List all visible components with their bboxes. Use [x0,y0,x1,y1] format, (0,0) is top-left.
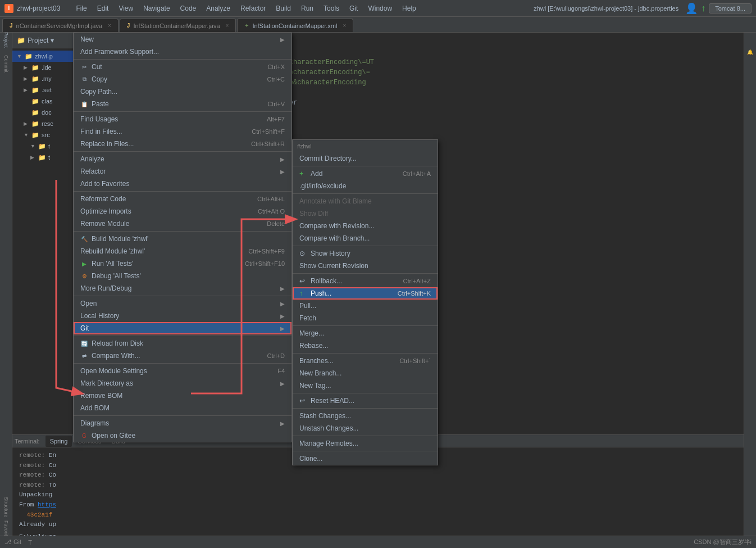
git-compare-revision-label: Compare with Revision... [299,222,431,230]
menu-tools[interactable]: Tools [319,3,344,13]
menu-analyze[interactable]: Analyze [202,3,235,13]
user-icon[interactable]: 👤 [685,2,698,15]
ctx-cut[interactable]: ✂ Cut Ctrl+X [74,61,292,73]
ctx-findinfiles[interactable]: Find in Files... Ctrl+Shift+F [74,125,292,138]
git-annotate-label: Annotate with Git Blame [299,197,431,205]
git-compare-branch[interactable]: Compare with Branch... [293,232,438,244]
right-icon-1[interactable]: 🔔 [745,35,755,69]
ctx-sep-4 [74,191,292,192]
paste-icon: 📋 [80,100,88,108]
git-compare-revision[interactable]: Compare with Revision... [293,220,438,232]
tree-arrow: ▶ [24,65,29,70]
git-add[interactable]: + Add Ctrl+Alt+A [293,167,438,180]
git-newbranch[interactable]: New Branch... [293,367,438,379]
ctx-paste[interactable]: 📋 Paste Ctrl+V [74,98,292,110]
tab-servicemgr-close[interactable]: × [108,22,111,29]
term-line-5: Unpacking [19,490,737,500]
ctx-modulesettings[interactable]: Open Module Settings F4 [74,365,292,377]
git-resethead[interactable]: ↩ Reset HEAD... [293,395,438,407]
git-exclude[interactable]: .git/info/exclude [293,180,438,192]
menu-build[interactable]: Build [271,3,295,13]
menu-edit[interactable]: Edit [93,3,113,13]
git-rebase[interactable]: Rebase... [293,339,438,352]
terminal-status-icon[interactable]: T [28,539,32,546]
git-status-icon[interactable]: ⎇ Git [4,538,21,546]
menu-git[interactable]: Git [345,3,362,13]
ctx-localhistory[interactable]: Local History ▶ [74,310,292,322]
tab-mapper-xml-close[interactable]: × [343,22,346,29]
git-stash[interactable]: Stash Changes... [293,410,438,422]
ctx-reload-label: Reload from Disk [92,339,285,347]
commit-sidebar-icon[interactable]: Commit [1,58,11,69]
ctx-markdirectory-label: Mark Directory as [80,379,277,387]
ctx-new[interactable]: New ▶ [74,33,292,46]
git-manageremotes[interactable]: Manage Remotes... [293,437,438,450]
term-line-3: remote: Co [19,470,737,481]
ctx-framework[interactable]: Add Framework Support... [74,46,292,58]
menu-navigate[interactable]: Navigate [139,3,174,13]
ctx-copypath[interactable]: Copy Path... [74,85,292,98]
ctx-refactor[interactable]: Refactor ▶ [74,165,292,178]
git-rollback[interactable]: ↩ Rollback... Ctrl+Alt+Z [293,275,438,287]
ctx-buildmodule[interactable]: 🔨 Build Module 'zhwl' [74,233,292,245]
git-annotate: Annotate with Git Blame [293,195,438,207]
ctx-runtests[interactable]: ▶ Run 'All Tests' Ctrl+Shift+F10 [74,257,292,270]
git-push[interactable]: ↑ Push... Ctrl+Shift+K [293,287,438,300]
menu-run[interactable]: Run [297,3,318,13]
git-clone[interactable]: Clone... [293,452,438,465]
ctx-debugtests[interactable]: ⚙ Debug 'All Tests' [74,270,292,282]
ctx-open[interactable]: Open ▶ [74,297,292,310]
project-sidebar-icon[interactable]: Project [1,35,11,45]
ctx-findusages[interactable]: Find Usages Alt+F7 [74,113,292,125]
git-current-revision[interactable]: Show Current Revision [293,260,438,272]
menu-window[interactable]: Window [363,3,397,13]
git-branches[interactable]: Branches... Ctrl+Shift+` [293,355,438,367]
ctx-gitee[interactable]: G Open on Gitee [74,429,292,442]
window-title: zhwl [E:\wuliugongsi\zhwl-project03] - j… [534,5,678,12]
ctx-removemodule[interactable]: Remove Module Delete [74,218,292,230]
ctx-morundebug[interactable]: More Run/Debug ▶ [74,282,292,295]
git-unstash[interactable]: Unstash Changes... [293,422,438,434]
git-fetch[interactable]: Fetch [293,312,438,324]
ctx-addbom[interactable]: Add BOM [74,402,292,414]
app-icon: I [4,4,13,13]
git-pull[interactable]: Pull... [293,300,438,312]
term-line-4: remote: To [19,481,737,491]
tomcat-button[interactable]: Tomcat 8... [709,3,752,13]
src-label: src [42,132,50,138]
tab-servicemgr[interactable]: J nContainerServiceMgrImpl.java × [2,19,119,32]
git-newtag[interactable]: New Tag... [293,379,438,392]
ctx-rebuildmodule-label: Rebuild Module 'zhwl' [80,247,245,255]
favorites-sidebar-icon[interactable]: Favorites [1,526,11,536]
bottom-tab-spring[interactable]: Spring [45,436,72,447]
structure-sidebar-icon[interactable]: Structure [1,502,11,512]
ctx-optimize[interactable]: Optimize Imports Ctrl+Alt O [74,205,292,218]
git-commit-dir[interactable]: Commit Directory... [293,152,438,165]
menu-view[interactable]: View [114,3,138,13]
tab-mapper-xml[interactable]: ✦ InfStationContainerMapper.xml × [237,19,353,32]
ctx-moredebug-label: More Run/Debug [80,284,277,292]
menu-help[interactable]: Help [398,3,421,13]
ctx-removebom[interactable]: Remove BOM [74,390,292,402]
tab-mapper-java[interactable]: J InfStationContainerMapper.java × [120,19,236,32]
ctx-markdirectory[interactable]: Mark Directory as ▶ [74,377,292,390]
ctx-rebuildmodule[interactable]: Rebuild Module 'zhwl' Ctrl+Shift+F9 [74,245,292,257]
ctx-replaceinfiles[interactable]: Replace in Files... Ctrl+Shift+R [74,138,292,150]
ctx-copy[interactable]: ⧉ Copy Ctrl+C [74,73,292,85]
ctx-compare[interactable]: ⇌ Compare With... Ctrl+D [74,350,292,362]
ctx-reload[interactable]: 🔄 Reload from Disk [74,337,292,350]
git-history[interactable]: ⊙ Show History [293,247,438,260]
git-merge[interactable]: Merge... [293,327,438,339]
menu-refactor[interactable]: Refactor [236,3,270,13]
tab-mapper-xml-label: InfStationContainerMapper.xml [252,22,337,29]
ctx-reformat[interactable]: Reformat Code Ctrl+Alt+L [74,193,292,205]
menu-code[interactable]: Code [176,3,201,13]
ctx-analyze[interactable]: Analyze ▶ [74,153,292,165]
ctx-git[interactable]: Git ▶ [74,322,292,334]
ctx-diagrams[interactable]: Diagrams ▶ [74,417,292,429]
ctx-favorites[interactable]: Add to Favorites [74,178,292,190]
tab-mapper-java-close[interactable]: × [226,22,229,29]
menu-file[interactable]: File [71,3,91,13]
ctx-reformat-shortcut: Ctrl+Alt+L [257,196,285,202]
ctx-diagrams-label: Diagrams [80,419,277,427]
